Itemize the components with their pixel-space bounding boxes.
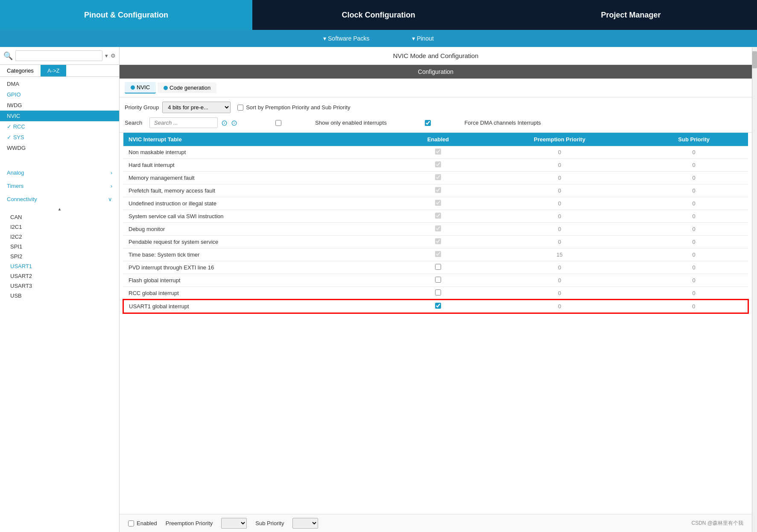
preemption-cell: 0	[479, 172, 640, 184]
sidebar-item-usart3[interactable]: USART3	[0, 281, 119, 291]
show-enabled-checkbox-label[interactable]: Show only enabled interrupts	[244, 120, 387, 126]
content-scrollbar[interactable]	[752, 47, 757, 532]
bottom-preemption-select[interactable]	[221, 518, 247, 529]
tab-categories[interactable]: Categories	[0, 65, 41, 76]
enabled-cell[interactable]	[397, 300, 479, 313]
sort-premption-checkbox-label[interactable]: Sort by Premption Priority and Sub Prior…	[237, 104, 350, 111]
sidebar-item-usart2[interactable]: USART2	[0, 271, 119, 281]
bottom-sub-select[interactable]	[292, 518, 318, 529]
enabled-checkbox[interactable]	[435, 277, 441, 283]
enabled-cell[interactable]	[397, 197, 479, 210]
interrupt-name-cell: Non maskable interrupt	[123, 146, 397, 159]
nav-clock[interactable]: Clock Configuration	[252, 0, 505, 30]
preemption-cell: 0	[479, 210, 640, 223]
sort-premption-checkbox[interactable]	[237, 105, 243, 111]
preemption-cell: 0	[479, 159, 640, 172]
interrupt-name-cell: USART1 global interrupt	[123, 300, 397, 313]
enabled-checkbox[interactable]	[435, 264, 441, 270]
enabled-cell[interactable]	[397, 146, 479, 159]
priority-group-label: Priority Group	[125, 104, 159, 111]
scroll-up-indicator[interactable]: ▲	[0, 206, 119, 212]
sub-priority-cell: 0	[640, 287, 748, 300]
interrupt-name-cell: Debug monitor	[123, 223, 397, 236]
preemption-cell: 0	[479, 300, 640, 313]
bottom-sub-label: Sub Priority	[255, 520, 284, 526]
force-dma-checkbox[interactable]	[394, 120, 462, 126]
table-row: RCC global interrupt00	[123, 287, 748, 300]
search-prev-button[interactable]: ⊙	[221, 118, 228, 128]
sidebar-search-input[interactable]	[15, 50, 102, 61]
sidebar-section-timers[interactable]: Timers ›	[0, 179, 119, 193]
sidebar-section-analog[interactable]: Analog ›	[0, 166, 119, 179]
enabled-cell[interactable]	[397, 210, 479, 223]
sub-priority-cell: 0	[640, 159, 748, 172]
enabled-checkbox[interactable]	[435, 289, 441, 295]
enabled-cell[interactable]	[397, 184, 479, 197]
sidebar-search-bar: 🔍 ▾ ⚙	[0, 47, 119, 65]
table-row: Non maskable interrupt00	[123, 146, 748, 159]
search-next-button[interactable]: ⊙	[231, 118, 237, 128]
enabled-cell[interactable]	[397, 287, 479, 300]
enabled-checkbox[interactable]	[435, 303, 441, 309]
bottom-enabled-checkbox-label[interactable]: Enabled	[128, 520, 157, 526]
interrupt-name-cell: Hard fault interrupt	[123, 159, 397, 172]
preemption-cell: 0	[479, 261, 640, 274]
show-enabled-checkbox[interactable]	[244, 120, 313, 126]
sidebar-item-sys[interactable]: SYS	[0, 132, 119, 143]
interrupt-name-cell: System service call via SWI instruction	[123, 210, 397, 223]
table-row: Memory management fault00	[123, 172, 748, 184]
nav-pinout[interactable]: Pinout & Configuration	[0, 0, 252, 30]
sub-priority-cell: 0	[640, 172, 748, 184]
enabled-cell[interactable]	[397, 172, 479, 184]
sub-priority-cell: 0	[640, 274, 748, 287]
col-enabled: Enabled	[397, 133, 479, 146]
sub-nav: ▾ Software Packs ▾ Pinout	[0, 30, 757, 47]
bottom-enabled-checkbox[interactable]	[128, 520, 134, 526]
priority-group-select[interactable]: 4 bits for pre-e...	[162, 102, 231, 113]
enabled-cell[interactable]	[397, 236, 479, 248]
sidebar-item-usb[interactable]: USB	[0, 291, 119, 301]
enabled-checkbox	[435, 187, 441, 193]
table-header-row: NVIC Interrupt Table Enabled Preemption …	[123, 133, 748, 146]
sub-priority-cell: 0	[640, 261, 748, 274]
enabled-cell[interactable]	[397, 223, 479, 236]
interrupt-name-cell: Memory management fault	[123, 172, 397, 184]
search-input[interactable]	[149, 117, 218, 128]
gear-icon[interactable]: ⚙	[111, 53, 116, 59]
config-tabs: NVIC Code generation	[120, 79, 752, 97]
sidebar-item-rcc[interactable]: RCC	[0, 121, 119, 132]
table-row: Pendable request for system service00	[123, 236, 748, 248]
sub-priority-cell: 0	[640, 197, 748, 210]
preemption-cell: 0	[479, 197, 640, 210]
sidebar-item-iwdg[interactable]: IWDG	[0, 100, 119, 111]
sidebar-item-spi2[interactable]: SPI2	[0, 251, 119, 261]
bottom-bar: Enabled Preemption Priority Sub Priority…	[120, 514, 752, 532]
sidebar-item-i2c1[interactable]: I2C1	[0, 222, 119, 232]
scrollbar-thumb[interactable]	[752, 51, 757, 68]
enabled-cell[interactable]	[397, 274, 479, 287]
sidebar-item-dma[interactable]: DMA	[0, 79, 119, 89]
sidebar-item-usart1[interactable]: USART1	[0, 261, 119, 271]
interrupt-name-cell: Pendable request for system service	[123, 236, 397, 248]
tab-nvic[interactable]: NVIC	[125, 82, 156, 94]
force-dma-checkbox-label[interactable]: Force DMA channels Interrupts	[394, 120, 541, 126]
search-row: Search ⊙ ⊙ Show only enabled interrupts …	[125, 117, 747, 128]
subnav-pinout[interactable]: ▾ Pinout	[412, 35, 434, 42]
sidebar-item-wwdg[interactable]: WWDG	[0, 143, 119, 153]
sidebar-item-spi1[interactable]: SPI1	[0, 242, 119, 251]
sidebar-section-connectivity[interactable]: Connectivity ∨	[0, 193, 119, 206]
enabled-cell[interactable]	[397, 159, 479, 172]
bottom-preemption-label: Preemption Priority	[166, 520, 213, 526]
subnav-software-packs[interactable]: ▾ Software Packs	[323, 35, 369, 42]
sidebar-item-nvic[interactable]: NVIC	[0, 111, 119, 121]
tab-code-generation[interactable]: Code generation	[158, 82, 216, 93]
tab-az[interactable]: A->Z	[41, 65, 67, 76]
sidebar-item-can[interactable]: CAN	[0, 212, 119, 222]
table-row: PVD interrupt through EXTI line 1600	[123, 261, 748, 274]
enabled-cell[interactable]	[397, 248, 479, 261]
table-row: Prefetch fault, memory access fault00	[123, 184, 748, 197]
nav-project[interactable]: Project Manager	[505, 0, 757, 30]
sidebar-item-gpio[interactable]: GPIO	[0, 89, 119, 100]
enabled-cell[interactable]	[397, 261, 479, 274]
sidebar-item-i2c2[interactable]: I2C2	[0, 232, 119, 242]
